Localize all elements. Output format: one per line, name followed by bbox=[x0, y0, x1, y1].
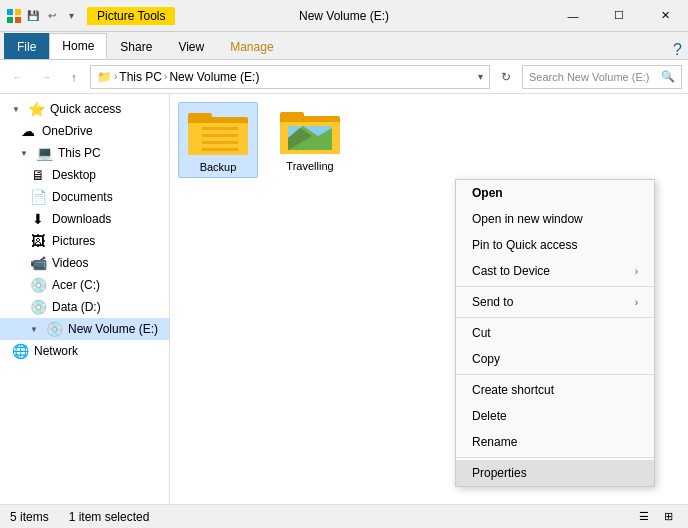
ctx-pin-quick-access[interactable]: Pin to Quick access bbox=[456, 232, 654, 258]
onedrive-icon: ☁ bbox=[20, 123, 36, 139]
ctx-separator-3 bbox=[456, 374, 654, 375]
search-icon: 🔍 bbox=[661, 70, 675, 83]
title-bar: 💾 ↩ ▾ Picture Tools New Volume (E:) — ☐ … bbox=[0, 0, 688, 32]
forward-button[interactable]: → bbox=[34, 65, 58, 89]
selected-count: 1 item selected bbox=[69, 510, 150, 524]
save-icon[interactable]: 💾 bbox=[25, 8, 41, 24]
tab-view[interactable]: View bbox=[165, 33, 217, 59]
documents-icon: 📄 bbox=[30, 189, 46, 205]
sidebar-label-desktop: Desktop bbox=[52, 168, 96, 182]
sidebar-item-downloads[interactable]: ⬇ Downloads bbox=[0, 208, 169, 230]
path-icon: 📁 bbox=[97, 70, 112, 84]
ctx-delete[interactable]: Delete bbox=[456, 403, 654, 429]
svg-rect-8 bbox=[202, 134, 238, 137]
sidebar-label-this-pc: This PC bbox=[58, 146, 101, 160]
file-item-travelling[interactable]: Travelling bbox=[270, 102, 350, 178]
sidebar-item-network[interactable]: 🌐 Network bbox=[0, 340, 169, 362]
title-bar-left: 💾 ↩ ▾ Picture Tools bbox=[0, 7, 181, 25]
svg-rect-0 bbox=[7, 9, 13, 15]
videos-icon: 📹 bbox=[30, 255, 46, 271]
sidebar-item-desktop[interactable]: 🖥 Desktop bbox=[0, 164, 169, 186]
svg-rect-12 bbox=[280, 112, 304, 120]
ctx-copy[interactable]: Copy bbox=[456, 346, 654, 372]
ctx-rename[interactable]: Rename bbox=[456, 429, 654, 455]
ctx-separator-2 bbox=[456, 317, 654, 318]
svg-rect-2 bbox=[7, 17, 13, 23]
address-path[interactable]: 📁 › This PC › New Volume (E:) ▾ bbox=[90, 65, 490, 89]
ctx-separator-1 bbox=[456, 286, 654, 287]
svg-rect-9 bbox=[202, 141, 238, 144]
path-part-volume: New Volume (E:) bbox=[169, 70, 259, 84]
sidebar-label-data-d: Data (D:) bbox=[52, 300, 101, 314]
backup-folder-icon bbox=[186, 107, 250, 159]
sidebar-label-pictures: Pictures bbox=[52, 234, 95, 248]
main-area: ▼ ⭐ Quick access ☁ OneDrive ▼ 💻 This PC … bbox=[0, 94, 688, 504]
undo-icon[interactable]: ↩ bbox=[44, 8, 60, 24]
tab-file[interactable]: File bbox=[4, 33, 49, 59]
sidebar-item-data-d[interactable]: 💿 Data (D:) bbox=[0, 296, 169, 318]
svg-rect-10 bbox=[202, 148, 238, 151]
quick-access-icons: 💾 ↩ ▾ bbox=[6, 8, 79, 24]
maximize-button[interactable]: ☐ bbox=[596, 0, 642, 32]
status-right: ☰ ⊞ bbox=[634, 507, 678, 527]
tab-manage[interactable]: Manage bbox=[217, 33, 286, 59]
ctx-create-shortcut[interactable]: Create shortcut bbox=[456, 377, 654, 403]
ctx-open[interactable]: Open bbox=[456, 180, 654, 206]
ctx-cast-to-device[interactable]: Cast to Device › bbox=[456, 258, 654, 284]
path-dropdown-icon[interactable]: ▾ bbox=[478, 71, 483, 82]
search-placeholder: Search New Volume (E:) bbox=[529, 71, 649, 83]
this-pc-icon: 💻 bbox=[36, 145, 52, 161]
expand-icon: ▼ bbox=[12, 105, 22, 114]
up-button[interactable]: ↑ bbox=[62, 65, 86, 89]
sidebar-item-videos[interactable]: 📹 Videos bbox=[0, 252, 169, 274]
sidebar-label-new-volume-e: New Volume (E:) bbox=[68, 322, 158, 336]
path-part-thispc: This PC bbox=[119, 70, 162, 84]
svg-rect-1 bbox=[15, 9, 21, 15]
sidebar-item-pictures[interactable]: 🖼 Pictures bbox=[0, 230, 169, 252]
status-bar: 5 items 1 item selected ☰ ⊞ bbox=[0, 504, 688, 528]
downloads-icon: ⬇ bbox=[30, 211, 46, 227]
close-button[interactable]: ✕ bbox=[642, 0, 688, 32]
tab-home[interactable]: Home bbox=[49, 33, 107, 59]
sidebar-label-documents: Documents bbox=[52, 190, 113, 204]
sidebar-item-this-pc[interactable]: ▼ 💻 This PC bbox=[0, 142, 169, 164]
svg-rect-5 bbox=[188, 113, 212, 121]
sidebar-label-downloads: Downloads bbox=[52, 212, 111, 226]
svg-rect-3 bbox=[15, 17, 21, 23]
details-view-button[interactable]: ☰ bbox=[634, 507, 654, 527]
tiles-view-button[interactable]: ⊞ bbox=[658, 507, 678, 527]
sidebar-item-onedrive[interactable]: ☁ OneDrive bbox=[0, 120, 169, 142]
travelling-label: Travelling bbox=[286, 160, 333, 172]
sidebar-label-videos: Videos bbox=[52, 256, 88, 270]
dropdown-icon[interactable]: ▾ bbox=[63, 8, 79, 24]
ctx-properties[interactable]: Properties bbox=[456, 460, 654, 486]
picture-tools-tab: Picture Tools bbox=[87, 7, 175, 25]
ctx-send-to[interactable]: Send to › bbox=[456, 289, 654, 315]
tab-share[interactable]: Share bbox=[107, 33, 165, 59]
minimize-button[interactable]: — bbox=[550, 0, 596, 32]
quick-access-icon: ⭐ bbox=[28, 101, 44, 117]
file-content: Backup Travelling bbox=[170, 94, 688, 504]
search-box[interactable]: Search New Volume (E:) 🔍 bbox=[522, 65, 682, 89]
expand-icon: ▼ bbox=[30, 325, 40, 334]
system-icon bbox=[6, 8, 22, 24]
ctx-open-new-window[interactable]: Open in new window bbox=[456, 206, 654, 232]
refresh-button[interactable]: ↻ bbox=[494, 65, 518, 89]
back-button[interactable]: ← bbox=[6, 65, 30, 89]
svg-rect-7 bbox=[202, 127, 238, 130]
desktop-icon: 🖥 bbox=[30, 167, 46, 183]
file-item-backup[interactable]: Backup bbox=[178, 102, 258, 178]
pictures-icon: 🖼 bbox=[30, 233, 46, 249]
sidebar-item-documents[interactable]: 📄 Documents bbox=[0, 186, 169, 208]
help-icon[interactable]: ? bbox=[673, 41, 682, 59]
address-bar: ← → ↑ 📁 › This PC › New Volume (E:) ▾ ↻ … bbox=[0, 60, 688, 94]
sidebar-item-acer-c[interactable]: 💿 Acer (C:) bbox=[0, 274, 169, 296]
ribbon-tabs: File Home Share View Manage ? bbox=[0, 32, 688, 60]
ctx-cut[interactable]: Cut bbox=[456, 320, 654, 346]
sidebar-item-quick-access[interactable]: ▼ ⭐ Quick access bbox=[0, 98, 169, 120]
sidebar-item-new-volume-e[interactable]: ▼ 💿 New Volume (E:) bbox=[0, 318, 169, 340]
sidebar-label-network: Network bbox=[34, 344, 78, 358]
data-d-icon: 💿 bbox=[30, 299, 46, 315]
window-controls: — ☐ ✕ bbox=[550, 0, 688, 32]
ctx-separator-4 bbox=[456, 457, 654, 458]
